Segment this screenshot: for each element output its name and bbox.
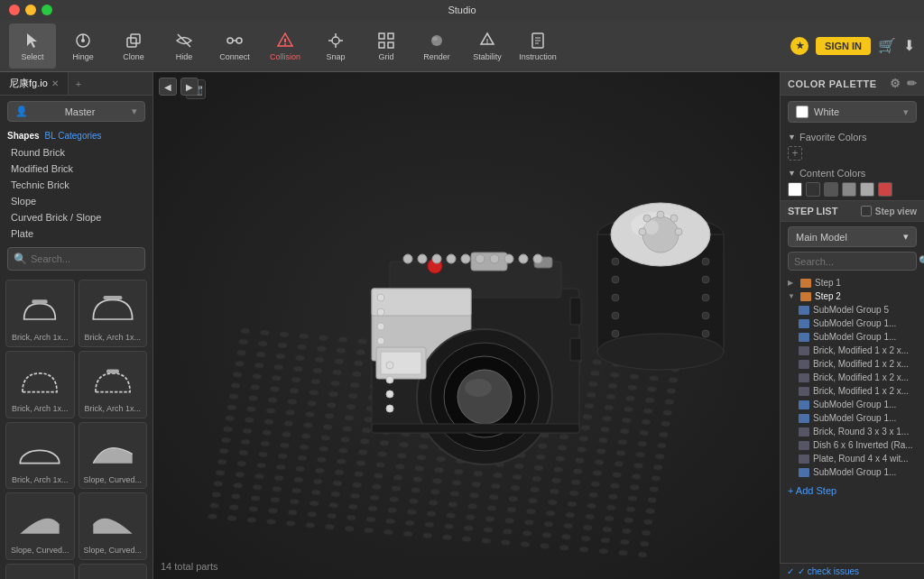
snap-tool[interactable]: Snap	[312, 23, 359, 69]
tab-close-icon[interactable]: ✕	[51, 78, 59, 88]
submodel-group-1a[interactable]: SubModel Group 1...	[781, 317, 924, 330]
step-search-input[interactable]	[794, 256, 919, 267]
favorite-colors-section: ▼ Favorite Colors +	[781, 128, 924, 164]
part-slope1[interactable]: Slope, Curved...	[79, 422, 148, 490]
step-view-checkbox[interactable]	[861, 206, 872, 216]
step-list: ▶ Step 1 ▼ Step 2 SubModel Group 5	[781, 274, 924, 481]
collision-tool[interactable]: Collision	[262, 23, 309, 69]
add-step-button[interactable]: + Add Step	[781, 481, 924, 501]
step-icon	[799, 346, 809, 355]
svg-point-60	[519, 254, 528, 263]
color-swatch-light-gray[interactable]	[860, 182, 874, 197]
step-icon	[799, 427, 809, 437]
part-arch2[interactable]: Brick, Arch 1x...	[79, 280, 148, 347]
sign-in-button[interactable]: SIGN IN	[816, 37, 871, 55]
brick-modified-2[interactable]: Brick, Modified 1 x 2 x...	[781, 357, 924, 371]
canvas-background	[153, 72, 780, 579]
content-colors-section: ▼ Content Colors	[781, 164, 924, 200]
hide-icon	[174, 31, 194, 51]
submodel-group-1b[interactable]: SubModel Group 1...	[781, 330, 924, 344]
download-icon[interactable]: ⬇	[903, 37, 915, 54]
step-view-toggle[interactable]: Step view	[861, 206, 917, 216]
svg-point-93	[702, 276, 709, 283]
instruction-tool[interactable]: Instruction	[514, 23, 561, 69]
select-tool[interactable]: Select	[9, 23, 56, 69]
clone-tool[interactable]: Clone	[110, 23, 157, 69]
category-plate[interactable]: Plate	[0, 225, 152, 242]
part-arch1[interactable]: Brick, Arch 1x...	[5, 280, 75, 347]
connect-tool[interactable]: Connect	[211, 23, 258, 69]
svg-point-58	[490, 254, 499, 263]
brick-modified-4[interactable]: Brick, Modified 1 x 2 x...	[781, 384, 924, 398]
part-arch4[interactable]: Brick, Arch 1x...	[79, 351, 148, 418]
categories-list: Round Brick Modified Brick Technic Brick…	[0, 144, 152, 242]
canvas-area: 📷 ◀ ▶	[153, 72, 780, 579]
add-favorite-color-button[interactable]: +	[788, 146, 802, 161]
color-swatch-black[interactable]	[806, 182, 820, 197]
category-technic-brick[interactable]: Technic Brick	[0, 177, 152, 193]
title-bar: Studio	[0, 0, 924, 20]
dish-6x6[interactable]: Dish 6 x 6 Inverted (Ra...	[781, 438, 924, 452]
master-select[interactable]: 👤 Master ▾	[7, 101, 145, 122]
nav-forward-button[interactable]: ▶	[180, 78, 199, 96]
parts-search-input[interactable]	[31, 253, 153, 264]
parts-search-bar: 🔍 ▦ ≡	[7, 247, 145, 271]
new-tab-button[interactable]: +	[69, 78, 88, 89]
color-select-dropdown[interactable]: White ▾	[788, 101, 917, 123]
svg-point-8	[236, 38, 242, 43]
render-icon	[427, 31, 447, 51]
hide-tool[interactable]: Hide	[161, 23, 208, 69]
category-curved-brick[interactable]: Curved Brick / Slope	[0, 209, 152, 225]
cart-icon[interactable]: 🛒	[878, 37, 896, 54]
hinge-tool[interactable]: Hinge	[60, 23, 106, 69]
stability-tool[interactable]: Stability	[464, 23, 511, 69]
part-brick1[interactable]: Plate, ...	[79, 564, 148, 579]
palette-edit-icon[interactable]: ✏	[907, 77, 918, 90]
part-thumb	[87, 497, 139, 544]
palette-settings-icon[interactable]: ⚙	[890, 77, 901, 90]
model-chevron-icon: ▾	[903, 231, 909, 243]
svg-point-96	[702, 330, 709, 337]
maximize-button[interactable]	[42, 5, 52, 15]
svg-point-91	[612, 330, 619, 337]
color-swatch-white[interactable]	[788, 182, 802, 197]
color-swatch-dark-gray[interactable]	[824, 182, 838, 197]
svg-point-22	[431, 35, 442, 46]
part-arch5[interactable]: Brick, Arch 1x...	[5, 422, 75, 490]
step-1-item[interactable]: ▶ Step 1	[781, 276, 924, 290]
step-2-item[interactable]: ▼ Step 2	[781, 290, 924, 303]
minimize-button[interactable]	[25, 5, 36, 15]
brick-round[interactable]: Brick, Round 3 x 3 x 1...	[781, 425, 924, 438]
svg-point-71	[386, 362, 393, 369]
category-round-brick[interactable]: Round Brick	[0, 144, 152, 161]
main-tab[interactable]: 尼康fg.io ✕	[0, 72, 69, 95]
svg-point-57	[476, 254, 485, 263]
brick-modified-1[interactable]: Brick, Modified 1 x 2 x...	[781, 344, 924, 357]
part-slope2[interactable]: Slope, Curved...	[5, 492, 75, 560]
grid-tool[interactable]: Grid	[363, 23, 410, 69]
part-thumb	[87, 568, 139, 579]
submodel-group-1d[interactable]: SubModel Group 1...	[781, 411, 924, 425]
color-swatch-gray[interactable]	[842, 182, 856, 197]
plate-round[interactable]: Plate, Round 4 x 4 wit...	[781, 452, 924, 465]
brick-modified-3[interactable]: Brick, Modified 1 x 2 x...	[781, 371, 924, 384]
color-swatch-red[interactable]	[878, 182, 892, 197]
svg-point-7	[227, 38, 233, 43]
part-slope3[interactable]: Slope, Curved...	[79, 492, 148, 560]
close-button[interactable]	[9, 5, 20, 15]
part-slope4[interactable]: Slope, Curved...	[5, 564, 75, 579]
category-slope[interactable]: Slope	[0, 193, 152, 209]
submodel-group-5[interactable]: SubModel Group 5	[781, 303, 924, 317]
part-arch3[interactable]: Brick, Arch 1x...	[5, 351, 75, 418]
search-icon: 🔍	[14, 253, 27, 265]
category-modified-brick[interactable]: Modified Brick	[0, 161, 152, 177]
submodel-group-1c[interactable]: SubModel Group 1...	[781, 398, 924, 411]
step-icon	[800, 292, 811, 301]
svg-rect-20	[379, 42, 384, 48]
submodel-group-1e[interactable]: SubModel Group 1...	[781, 465, 924, 479]
model-select-dropdown[interactable]: Main Model ▾	[788, 226, 917, 247]
favorite-colors-header[interactable]: ▼ Favorite Colors	[788, 132, 917, 142]
render-tool[interactable]: Render	[413, 23, 460, 69]
content-colors-header[interactable]: ▼ Content Colors	[788, 168, 917, 179]
nav-back-button[interactable]: ◀	[159, 78, 177, 96]
